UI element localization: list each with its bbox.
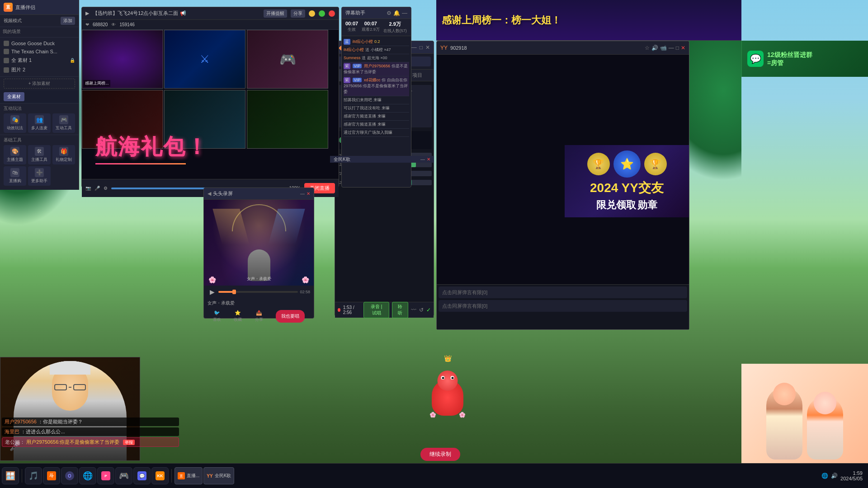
bottom-chat-row-1: 海里巴 ：进进么么那么公... [2, 427, 179, 436]
gift-custom-label: 礼物定制 [56, 157, 72, 163]
stat-duration: 00:07 生效 [345, 21, 358, 34]
kmv-close[interactable]: ✕ [427, 157, 430, 162]
taskbar-app-kkl[interactable]: KK [151, 467, 169, 484]
scene-tabs: 全素材 [0, 90, 79, 103]
visibility-icon-texas[interactable] [4, 49, 9, 54]
minimize-button[interactable] [309, 10, 315, 17]
collect-button[interactable]: ⭐ 收藏 [234, 310, 242, 323]
listen-button[interactable]: 聆听 [392, 302, 408, 318]
star-icon[interactable]: ☆ [645, 45, 650, 51]
add-material-button[interactable]: + 添加素材 [4, 79, 75, 89]
loop-icon[interactable]: ↺ [419, 307, 424, 313]
check-icon[interactable]: ✓ [426, 307, 431, 313]
taskbar-volume-icon[interactable]: 🔊 [831, 473, 838, 479]
taskbar-app-pico[interactable]: P [97, 467, 114, 484]
taskbar-app-obs[interactable]: O [61, 467, 78, 484]
source-item-all[interactable]: 全 素材 1 🔒 [0, 56, 79, 65]
anime-head-2 [814, 392, 836, 414]
open-broadcast-button[interactable]: 开播提醒 [264, 9, 287, 18]
tool-interactive[interactable]: 🎮 互动工具 [52, 113, 75, 133]
chat-user-4: xd花蝶cc [364, 78, 381, 82]
lock-icon: 🔒 [70, 58, 75, 63]
continue-recording-button[interactable]: 继续录制 [420, 448, 460, 461]
waveform-icon[interactable]: 〰 [411, 307, 416, 313]
kmv-minimize[interactable]: — [420, 157, 425, 162]
taskbar-yy-label: 全民K歌 [215, 473, 231, 479]
yy-chat-input-2[interactable] [442, 303, 684, 309]
maximize-button[interactable] [319, 10, 325, 17]
interactive-tools-grid: 🎭 动效玩法 👥 多人连麦 🎮 互动工具 [4, 113, 75, 133]
record-button[interactable]: 录音 | 试唱 [363, 302, 389, 318]
speaker-icon[interactable]: 🔊 [651, 45, 658, 51]
taskbar-active-yy[interactable]: YY 全民K歌 [203, 467, 234, 484]
taskbar-app-douyu[interactable]: 斗 [43, 467, 60, 484]
taskbar: 🪟 🎵 斗 O 🌐 P 🎮 💬 KK 直 直播... YY 全民K歌 🌐 🔊 1… [0, 463, 868, 488]
taskbar-app-discord[interactable]: 💬 [133, 467, 151, 484]
taskbar-yy-icon: YY [207, 474, 212, 479]
stream-header-buttons: 开播提醒 分享 [264, 9, 335, 18]
live-shop-icon: 🛍 [10, 168, 19, 177]
music-play-button[interactable]: ▶ [208, 287, 217, 296]
scene-tab-all[interactable]: 全素材 [4, 92, 24, 101]
chat-filter-button[interactable]: 🔔 [393, 10, 400, 16]
source-item-img[interactable]: 图片 2 [0, 65, 79, 75]
tool-dynamic[interactable]: 🎭 动效玩法 [4, 113, 26, 133]
share-music-button[interactable]: 📤 分享 [255, 310, 263, 323]
visibility-icon-img[interactable] [4, 67, 9, 73]
tool-more[interactable]: ➕ 更多助手 [28, 166, 51, 186]
taskbar-network-icon[interactable]: 🌐 [821, 473, 828, 479]
dynamic-icon: 🎭 [10, 115, 19, 124]
scene-selector[interactable]: 视频模式 添加 [0, 15, 79, 27]
source-item-texas[interactable]: The Texas Chain S... [0, 47, 79, 56]
tool-live-shop[interactable]: 🛍 直播购 [4, 166, 26, 186]
tool-anchor-tools[interactable]: 🛠 主播工具 [28, 145, 51, 164]
progress-handle[interactable] [232, 290, 236, 294]
yy-maximize[interactable]: □ [676, 45, 679, 51]
chat-text-6: 可以打了我还没有吃 来嘛 [344, 106, 390, 110]
online-label: 在线人数(57) [383, 28, 407, 34]
taskbar-app-prison[interactable]: 🎮 [115, 467, 132, 484]
yy-top-banner: 感谢上周榜一：榜一大姐！ [436, 0, 741, 41]
tool-gift-custom[interactable]: 🎁 礼物定制 [52, 145, 75, 164]
tool-multistream[interactable]: 👥 多人连麦 [28, 113, 51, 133]
bc-tag: 举报 [123, 440, 135, 445]
taskbar-qq-music[interactable]: 🎵 [25, 467, 42, 484]
add-source-button[interactable]: 添加 [61, 17, 75, 25]
interactive-tools-label: 互动玩法 [4, 105, 75, 112]
anime-characters [741, 364, 868, 463]
yy-chat-input[interactable] [442, 290, 684, 295]
bc-user-2: 老公姐： [5, 439, 25, 445]
share-button[interactable]: 分享 [291, 9, 305, 18]
video-icon[interactable]: 📹 [660, 45, 667, 51]
bottom-chat-row-0: 用户29750656 ：你是能能当评委？ [2, 418, 179, 426]
taskbar-active-stream[interactable]: 直 直播... [175, 467, 203, 484]
tool-anchor-theme[interactable]: 🎨 主播主题 [4, 145, 26, 164]
chat-settings-button[interactable]: ⚙ [387, 10, 392, 16]
visibility-icon-goose[interactable] [4, 41, 9, 46]
stat-views: 00:07 观看2.9万 [362, 21, 380, 34]
chat-text-9: 通过官方聊天广场加入我嘛 [344, 130, 392, 135]
music-back-icon: ◀ [208, 191, 211, 197]
chat-minimize-button[interactable]: — [402, 10, 407, 16]
yy-minimize[interactable]: — [669, 45, 674, 51]
gift-custom-icon: 🎁 [59, 147, 68, 156]
anchor-theme-label: 主播主题 [7, 157, 23, 163]
source-label-texas: The Texas Chain S... [11, 49, 75, 54]
music-minimize[interactable]: — [300, 191, 305, 196]
pioneer-close[interactable]: ✕ [425, 44, 430, 51]
pioneer-minimize[interactable]: — [411, 44, 417, 51]
yy-window-header: YY 902918 ☆ 🔊 📹 — □ ✕ [437, 41, 689, 55]
music-progress-bar[interactable] [218, 291, 298, 293]
pioneer-maximize[interactable]: □ [420, 44, 423, 51]
bird-eye-right [451, 376, 454, 380]
sing-button[interactable]: 我也要唱 [276, 310, 305, 323]
music-close[interactable]: ✕ [307, 191, 310, 196]
collect-label: 收藏 [234, 317, 242, 323]
close-button[interactable] [329, 10, 335, 17]
visibility-icon-all[interactable] [4, 58, 9, 63]
taskbar-start-button[interactable]: 🪟 [2, 467, 19, 484]
taskbar-app-browser[interactable]: 🌐 [79, 467, 96, 484]
like-button[interactable]: 🐦 喜欢 [213, 310, 221, 323]
source-item-goose[interactable]: Goose Goose Duck [0, 39, 79, 47]
yy-close[interactable]: ✕ [681, 45, 685, 51]
